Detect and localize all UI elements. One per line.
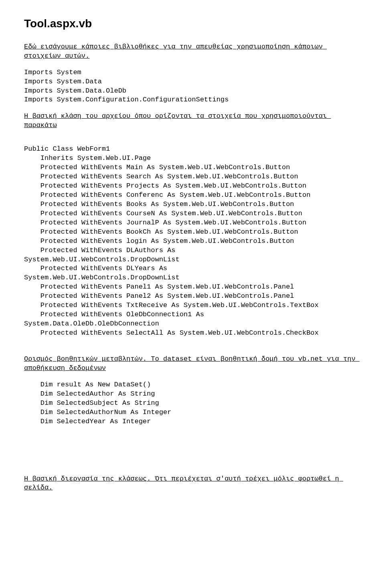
code-class-declarations: Public Class WebForm1 Inherits System.We… (24, 145, 361, 338)
annotation-class: Η βασική κλάση του αρχείου όπου ορίζοντα… (24, 112, 361, 130)
annotation-imports: Εδώ εισάγουμε κάποιες βιβλιοθήκες για τη… (24, 42, 361, 61)
annotation-process: Η βασική διεργασία της κλάσεως. Ότι περι… (24, 475, 361, 493)
code-dim-block: Dim result As New DataSet() Dim Selected… (24, 380, 361, 426)
page-title: Tool.aspx.vb (24, 16, 361, 31)
code-imports: Imports System Imports System.Data Impor… (24, 68, 361, 105)
annotation-vars: Ορισμός βοηθητικών μεταβλητών. Το datase… (24, 355, 361, 373)
